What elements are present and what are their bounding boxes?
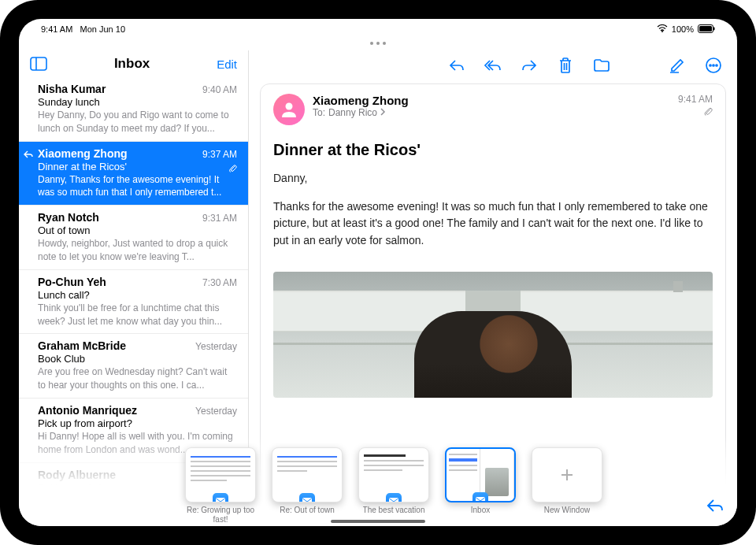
mail-time: 9:37 AM — [202, 149, 237, 160]
screen: 9:41 AM Mon Jun 10 100% — [19, 19, 737, 526]
mail-item[interactable]: Po-Chun Yeh7:30 AM Lunch call? Think you… — [19, 270, 248, 335]
svg-point-13 — [716, 65, 717, 66]
sidebar-toggle-icon[interactable] — [30, 55, 47, 72]
svg-rect-17 — [389, 498, 398, 503]
mail-time: 7:30 AM — [202, 277, 237, 288]
replied-icon — [24, 150, 33, 161]
mail-sender: Xiaomeng Zhong — [38, 147, 128, 160]
attachment-icon — [678, 106, 713, 119]
mail-subject: Sunday lunch — [38, 96, 237, 108]
shelf-window-item[interactable]: The best vacation — [358, 447, 430, 523]
status-bar: 9:41 AM Mon Jun 10 100% — [19, 19, 737, 36]
shelf-label: New Window — [544, 506, 590, 523]
shelf-window-item-current[interactable]: Inbox — [444, 447, 517, 523]
mail-sender: Graham McBride — [38, 339, 126, 352]
mail-preview: Hey Danny, Do you and Rigo want to come … — [38, 109, 237, 135]
sender-avatar[interactable] — [273, 94, 305, 125]
message-body: Danny, Thanks for the awesome evening! I… — [261, 164, 725, 272]
svg-rect-4 — [31, 57, 46, 70]
mail-item-selected[interactable]: Xiaomeng Zhong9:37 AM Dinner at the Rico… — [19, 142, 248, 206]
more-button[interactable] — [704, 56, 723, 75]
mail-preview: Howdy, neighbor, Just wanted to drop a q… — [38, 237, 237, 264]
mail-preview: Are you free on Wednesday night? Can't w… — [38, 365, 237, 392]
message-header: Xiaomeng Zhong To: Danny Rico 9:41 AM — [261, 84, 725, 130]
status-time-date: 9:41 AM Mon Jun 10 — [41, 24, 125, 34]
mail-subject: Out of town — [38, 224, 237, 236]
to-name: Danny Rico — [328, 107, 377, 118]
app-shelf: Re: Growing up too fast! Re: Out of town… — [19, 436, 737, 526]
chevron-right-icon — [380, 107, 386, 118]
message-subject: Dinner at the Ricos' — [261, 130, 725, 164]
shelf-new-window-button[interactable]: New Window — [531, 447, 603, 523]
mail-badge-icon — [472, 492, 488, 502]
trash-button[interactable] — [556, 56, 575, 75]
mail-sender: Ryan Notch — [38, 211, 99, 224]
mail-subject: Dinner at the Ricos' — [38, 161, 237, 172]
svg-rect-16 — [302, 498, 312, 503]
reply-fab-icon[interactable] — [706, 498, 724, 517]
svg-rect-15 — [216, 498, 225, 503]
svg-rect-18 — [476, 497, 485, 503]
wifi-icon — [657, 24, 668, 34]
sidebar-title: Inbox — [47, 56, 217, 72]
mail-badge-icon — [213, 493, 228, 502]
svg-point-14 — [286, 103, 293, 110]
mail-item[interactable]: Nisha Kumar9:40 AM Sunday lunch Hey Dann… — [19, 77, 248, 142]
attachment-icon — [228, 164, 237, 176]
battery-icon — [698, 24, 715, 35]
message-time: 9:41 AM — [678, 94, 713, 105]
mail-preview: Think you'll be free for a lunchtime cha… — [38, 302, 237, 328]
reply-all-button[interactable] — [484, 56, 502, 75]
mail-time: 9:31 AM — [202, 213, 237, 224]
message-attachment-photo[interactable] — [273, 272, 713, 398]
ipad-device-frame: 9:41 AM Mon Jun 10 100% — [0, 0, 756, 545]
message-text: Thanks for the awesome evening! It was s… — [273, 198, 713, 250]
status-time: 9:41 AM — [41, 24, 72, 34]
message-to-line[interactable]: To: Danny Rico — [313, 107, 670, 118]
svg-point-11 — [710, 65, 711, 66]
mail-time: Yesterday — [195, 341, 237, 352]
mail-sender: Nisha Kumar — [38, 83, 106, 95]
mail-subject: Book Club — [38, 353, 237, 365]
sidebar-header: Inbox Edit — [19, 50, 248, 77]
mail-sender: Po-Chun Yeh — [38, 276, 106, 288]
home-indicator[interactable] — [331, 520, 425, 523]
shelf-label: Inbox — [471, 506, 490, 523]
reply-button[interactable] — [447, 56, 466, 75]
mail-badge-icon — [386, 493, 402, 502]
svg-point-12 — [713, 65, 714, 66]
compose-button[interactable] — [668, 56, 687, 75]
shelf-label: Re: Growing up too fast! — [184, 506, 257, 523]
status-right: 100% — [657, 24, 715, 35]
shelf-label: Re: Out of town — [280, 506, 334, 523]
edit-button[interactable]: Edit — [217, 57, 237, 71]
to-label: To: — [313, 107, 325, 118]
svg-rect-3 — [713, 27, 715, 30]
mail-item[interactable]: Ryan Notch9:31 AM Out of town Howdy, nei… — [19, 206, 248, 270]
multitasking-dots[interactable] — [19, 36, 737, 50]
shelf-window-item[interactable]: Re: Growing up too fast! — [184, 447, 257, 523]
shelf-window-item[interactable]: Re: Out of town — [271, 447, 343, 523]
mail-badge-icon — [299, 493, 315, 502]
move-folder-button[interactable] — [592, 56, 611, 75]
message-toolbar — [249, 50, 737, 80]
mail-time: Yesterday — [195, 406, 237, 417]
mail-preview: Danny, Thanks for the awesome evening! I… — [38, 173, 237, 200]
message-from[interactable]: Xiaomeng Zhong — [313, 94, 670, 107]
message-greeting: Danny, — [273, 170, 713, 187]
svg-rect-2 — [699, 26, 712, 32]
status-date: Mon Jun 10 — [80, 24, 125, 34]
mail-subject: Pick up from airport? — [38, 417, 237, 429]
mail-sender: Antonio Manriquez — [38, 404, 137, 417]
svg-point-0 — [662, 31, 663, 32]
forward-button[interactable] — [520, 56, 539, 75]
mail-item[interactable]: Graham McBrideYesterday Book Club Are yo… — [19, 334, 248, 399]
mail-time: 9:40 AM — [202, 84, 237, 95]
battery-percent: 100% — [672, 24, 694, 34]
mail-subject: Lunch call? — [38, 289, 237, 301]
